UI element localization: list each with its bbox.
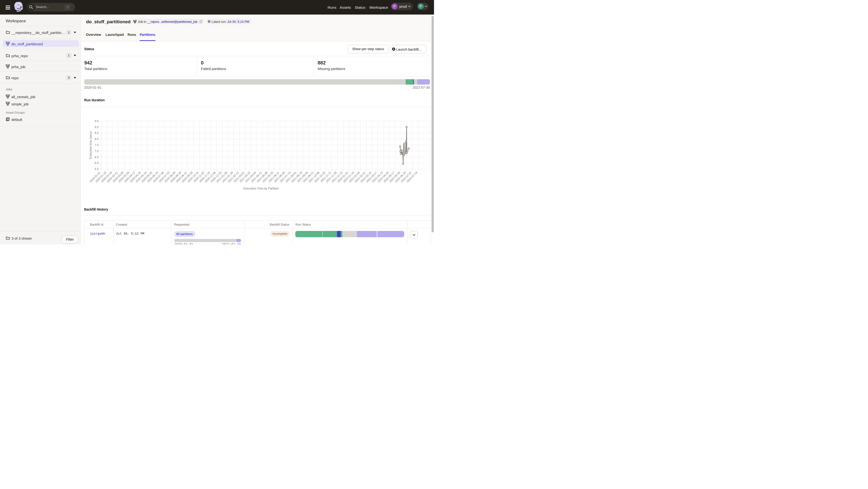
svg-text:6.0: 6.0 (95, 161, 99, 165)
svg-text:9.0: 9.0 (95, 126, 99, 129)
svg-text:Execution time (secs): Execution time (secs) (89, 131, 92, 159)
svg-text:7.0: 7.0 (95, 150, 99, 153)
svg-text:9.5: 9.5 (95, 120, 99, 123)
svg-text:5.5: 5.5 (95, 167, 99, 171)
svg-text:6.5: 6.5 (95, 156, 99, 159)
svg-text:8.5: 8.5 (95, 131, 99, 135)
svg-text:8.0: 8.0 (95, 137, 99, 141)
svg-text:7.5: 7.5 (95, 143, 99, 147)
svg-text:Execution Time by Partition: Execution Time by Partition (243, 187, 279, 190)
